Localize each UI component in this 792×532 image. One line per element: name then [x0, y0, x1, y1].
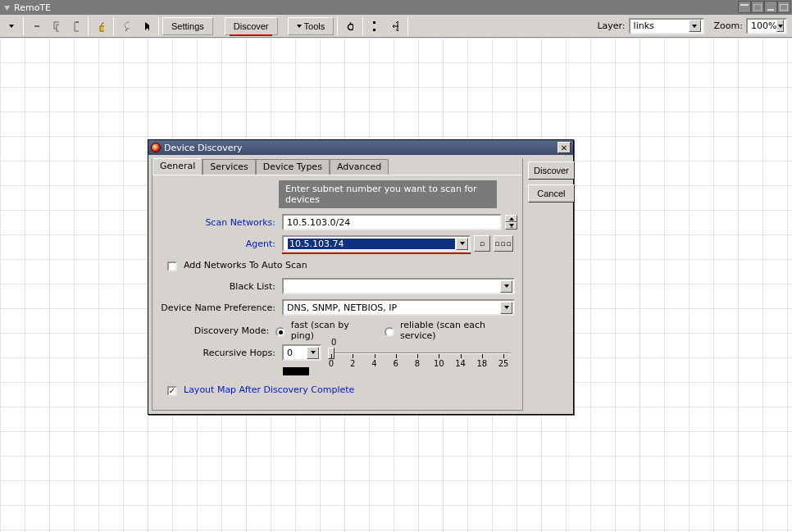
agent-browse-button[interactable]: ▫▫▫: [494, 235, 513, 252]
arrange-icon[interactable]: [386, 17, 404, 35]
hint-text: Enter subnet number you want to scan for…: [279, 180, 497, 208]
slider-tick-label: 18: [476, 359, 487, 368]
dialog-cancel-button[interactable]: Cancel: [528, 184, 575, 202]
dialog-close-button[interactable]: ✕: [558, 142, 571, 153]
svg-rect-7: [57, 25, 59, 31]
recursive-hops-select[interactable]: 0: [282, 344, 321, 361]
tab-services[interactable]: Services: [203, 159, 255, 175]
slider-tick-label: 25: [498, 359, 509, 368]
slider-tick-label: 14: [455, 359, 466, 368]
dev-name-pref-select[interactable]: DNS, SNMP, NETBIOS, IP: [282, 299, 515, 316]
pointer-button[interactable]: [137, 17, 155, 35]
layout-after-checkbox[interactable]: [167, 386, 177, 396]
svg-rect-5: [34, 25, 39, 27]
scan-networks-input[interactable]: 10.5.103.0/24: [282, 214, 502, 230]
svg-rect-9: [76, 21, 79, 23]
copy-button[interactable]: [47, 17, 65, 35]
slider-tick-label: 4: [371, 359, 376, 368]
tab-general[interactable]: General: [152, 158, 203, 175]
dialog-icon: [151, 143, 161, 152]
dialog-title: Device Discovery: [164, 143, 242, 153]
svg-rect-4: [780, 4, 788, 11]
lasso-button[interactable]: [117, 17, 135, 35]
layer-label: Layer:: [597, 20, 625, 31]
window-titlebar: RemoTE: [0, 0, 792, 15]
black-list-select[interactable]: [282, 278, 515, 294]
scan-networks-label: Scan Networks:: [157, 217, 279, 228]
slider-tick-label: 10: [434, 359, 444, 368]
scan-networks-spinner[interactable]: [505, 215, 517, 230]
radio-reliable-label: reliable (scan each service): [400, 320, 517, 341]
snap-corners-icon[interactable]: [366, 17, 385, 35]
svg-point-11: [125, 22, 130, 29]
radio-fast[interactable]: [275, 327, 285, 337]
window-minimize-button[interactable]: [764, 1, 777, 13]
dev-name-pref-label: Device Name Preference:: [157, 302, 279, 313]
window-restore-button[interactable]: [751, 1, 764, 13]
recursive-hops-label: Recursive Hops:: [157, 344, 279, 358]
window-maximize-button[interactable]: [777, 1, 790, 13]
window-menu-icon[interactable]: [3, 4, 11, 11]
tools-menu-button[interactable]: Tools: [288, 17, 335, 35]
lock-button[interactable]: [92, 17, 110, 35]
layout-after-label: Layout Map After Discovery Complete: [184, 384, 354, 395]
window-shade-button[interactable]: [738, 1, 751, 13]
tab-device-types[interactable]: Device Types: [256, 159, 330, 175]
add-menu-button[interactable]: [2, 17, 20, 35]
discover-button[interactable]: Discover: [225, 17, 278, 35]
svg-marker-0: [4, 6, 10, 11]
slider-tick-label: 6: [394, 359, 398, 368]
binoculars-icon[interactable]: [341, 17, 359, 35]
slider-tick-label: 2: [350, 359, 355, 368]
paste-button[interactable]: [66, 17, 84, 35]
agent-select[interactable]: 10.5.103.74: [282, 235, 471, 252]
delete-button[interactable]: [27, 17, 45, 35]
device-discovery-dialog: Device Discovery ✕ General Services Devi…: [148, 139, 574, 415]
agent-pick-button[interactable]: ▫: [474, 235, 490, 252]
settings-button[interactable]: Settings: [162, 17, 213, 35]
dialog-titlebar[interactable]: Device Discovery ✕: [148, 140, 573, 155]
discovery-mode-label: Discovery Mode:: [157, 325, 272, 336]
window-title: RemoTE: [14, 2, 51, 13]
svg-point-14: [353, 24, 354, 30]
dialog-discover-button[interactable]: Discover: [528, 161, 575, 180]
dialog-tabs: General Services Device Types Advanced: [152, 158, 522, 175]
zoom-label: Zoom:: [714, 20, 743, 31]
svg-rect-15: [373, 21, 376, 24]
add-auto-scan-checkbox[interactable]: [167, 261, 177, 271]
layer-select[interactable]: links: [629, 18, 704, 34]
svg-rect-2: [753, 4, 762, 11]
svg-rect-8: [75, 22, 79, 31]
add-auto-scan-label: Add Networks To Auto Scan: [184, 260, 307, 271]
slider-tick-label: 0: [329, 359, 334, 368]
svg-rect-3: [767, 9, 774, 11]
recursive-hops-slider[interactable]: 0 0246810141825: [325, 344, 517, 369]
tab-advanced[interactable]: Advanced: [330, 159, 389, 175]
svg-rect-17: [373, 29, 376, 31]
slider-value-label: 0: [331, 338, 336, 347]
tab-panel-general: Enter subnet number you want to scan for…: [152, 175, 522, 410]
main-toolbar: Settings Discover Tools Layer: links Zoo…: [0, 15, 792, 38]
agent-label: Agent:: [157, 239, 279, 249]
svg-marker-12: [145, 22, 149, 31]
zoom-select[interactable]: 100%: [746, 18, 787, 34]
hops-blackbox: [283, 367, 309, 375]
slider-tick-label: 8: [415, 359, 420, 368]
svg-rect-10: [100, 26, 104, 31]
radio-reliable[interactable]: [385, 327, 394, 337]
svg-rect-1: [740, 4, 749, 6]
black-list-label: Black List:: [157, 281, 279, 292]
